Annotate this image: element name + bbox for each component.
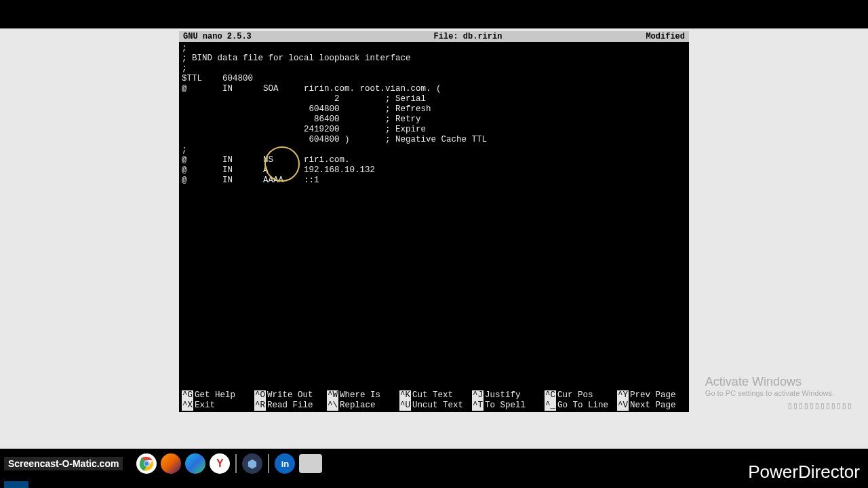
nano-shortcut[interactable]: ^JJustify <box>472 390 545 401</box>
file-line: ; <box>182 43 187 53</box>
shortcut-key: ^J <box>472 390 484 401</box>
virtualbox-icon[interactable]: ⬢ <box>242 453 262 474</box>
nano-shortcut[interactable]: ^TTo Spell <box>472 401 545 411</box>
file-line: 604800 ; Refresh <box>182 104 431 114</box>
nano-shortcut[interactable]: ^\Replace <box>327 401 399 411</box>
nano-edit-area[interactable]: ; ; BIND data file for local loopback in… <box>179 42 689 392</box>
nano-shortcut[interactable]: ^OWrite Out <box>254 390 327 401</box>
taskbar-separator <box>235 454 237 473</box>
shortcut-key: ^C <box>545 390 556 401</box>
file-line: 2 ; Serial <box>182 94 426 104</box>
chrome-icon[interactable] <box>136 453 157 474</box>
letterbox-top <box>0 0 868 28</box>
nano-shortcut[interactable]: ^RRead File <box>254 401 327 411</box>
shortcut-key: ^U <box>399 401 411 411</box>
desktop-area: GNU nano 2.5.3 File: db.ririn Modified ;… <box>0 28 868 449</box>
linkedin-icon[interactable]: in <box>275 453 295 474</box>
shortcut-label: Where Is <box>340 390 380 400</box>
file-line: @ IN AAAA ::1 <box>182 176 319 185</box>
nano-shortcut[interactable]: ^_Go To Line <box>545 401 617 411</box>
shortcut-label: Read File <box>267 401 313 410</box>
file-line: $TTL 604800 <box>182 74 253 83</box>
file-line: @ IN NS riri.com. <box>182 155 350 165</box>
file-line: ; BIND data file for local loopback inte… <box>182 54 411 63</box>
system-tray-icons[interactable]: ▯▯▯▯▯▯▯▯▯▯▯▯ <box>788 402 853 409</box>
file-line: 2419200 ; Expire <box>182 125 426 134</box>
yandex-icon[interactable]: Y <box>210 453 230 474</box>
nano-shortcut[interactable]: ^WWhere Is <box>327 390 399 401</box>
shortcut-label: Cut Text <box>412 390 453 400</box>
nano-shortcut[interactable]: ^UUncut Text <box>399 401 472 411</box>
nano-shortcuts: ^GGet Help^OWrite Out^WWhere Is^KCut Tex… <box>179 390 689 412</box>
file-line: @ IN A 192.168.10.132 <box>182 165 375 175</box>
shortcut-key: ^T <box>472 401 484 411</box>
nano-shortcut[interactable]: ^KCut Text <box>399 390 472 401</box>
file-line: ; <box>182 64 187 73</box>
file-line: 604800 ) ; Negative Cache TTL <box>182 135 487 144</box>
firefox-icon[interactable] <box>161 453 181 474</box>
shortcut-label: Uncut Text <box>412 401 463 410</box>
shortcut-label: Go To Line <box>557 401 608 410</box>
shortcut-key: ^X <box>182 401 193 411</box>
shortcut-key: ^O <box>254 390 266 401</box>
shortcut-label: To Spell <box>485 401 526 410</box>
powerdirector-watermark: PowerDirector <box>748 462 860 483</box>
nano-shortcut[interactable]: ^XExit <box>182 401 254 411</box>
chrome-logo-icon <box>139 456 154 471</box>
file-line: ; <box>182 145 187 155</box>
taskbar-separator <box>268 454 269 473</box>
shortcut-label: Get Help <box>195 390 235 400</box>
nano-shortcut[interactable]: ^GGet Help <box>182 390 254 401</box>
edge-icon[interactable] <box>185 453 205 474</box>
shortcut-key: ^W <box>327 390 338 401</box>
nano-file-label: File: db.ririn <box>319 32 617 42</box>
shortcut-label: Cur Pos <box>557 390 593 400</box>
shortcut-label: Exit <box>195 401 215 410</box>
shortcut-label: Replace <box>340 401 376 410</box>
shortcut-label: Prev Page <box>630 390 676 400</box>
nano-app-name: GNU nano 2.5.3 <box>183 32 319 42</box>
shortcut-key: ^V <box>617 401 629 411</box>
nano-modified-flag: Modified <box>617 32 685 42</box>
nano-titlebar: GNU nano 2.5.3 File: db.ririn Modified <box>179 31 689 42</box>
video-bottom-bar: Screencast-O-Matic.com Y ⬢ in PowerDirec… <box>0 449 868 488</box>
shortcut-key: ^R <box>254 401 266 411</box>
shortcut-label: Next Page <box>630 401 676 410</box>
nano-shortcut[interactable]: ^CCur Pos <box>545 390 617 401</box>
shortcut-key: ^_ <box>545 401 556 411</box>
start-button-peek[interactable] <box>4 481 28 488</box>
file-line: @ IN SOA ririn.com. root.vian.com. ( <box>182 84 441 94</box>
file-line: 86400 ; Retry <box>182 115 421 124</box>
shortcut-key: ^K <box>399 390 411 401</box>
activate-title: Activate Windows <box>705 375 834 389</box>
shortcut-label: Write Out <box>267 390 313 400</box>
screencast-watermark: Screencast-O-Matic.com <box>4 457 123 470</box>
generic-app-icon[interactable] <box>299 454 322 473</box>
shortcut-label: Justify <box>485 390 521 400</box>
nano-shortcut[interactable]: ^VNext Page <box>617 401 690 411</box>
shortcut-key: ^\ <box>327 401 338 411</box>
shortcut-key: ^G <box>182 390 193 401</box>
taskbar: Screencast-O-Matic.com Y ⬢ in <box>0 451 868 476</box>
shortcut-key: ^Y <box>617 390 629 401</box>
terminal-window[interactable]: GNU nano 2.5.3 File: db.ririn Modified ;… <box>179 31 689 412</box>
nano-shortcut[interactable]: ^YPrev Page <box>617 390 690 401</box>
activate-windows-watermark: Activate Windows Go to PC settings to ac… <box>705 375 834 397</box>
activate-subtitle: Go to PC settings to activate Windows. <box>705 389 834 397</box>
